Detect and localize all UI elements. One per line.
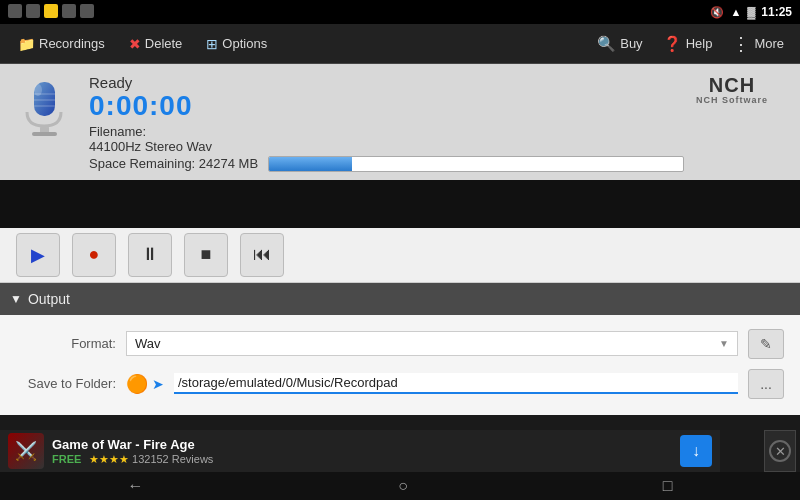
timer-display: 0:00:00	[89, 91, 684, 122]
more-label: More	[754, 36, 784, 51]
space-info: Space Remaining: 24274 MB	[89, 156, 684, 172]
status-icon-5	[80, 4, 94, 18]
ad-text: Game of War - Fire Age FREE ★★★★ 132152 …	[52, 437, 672, 466]
delete-label: Delete	[145, 36, 183, 51]
status-icon-4	[62, 4, 76, 18]
browse-icon: ...	[760, 376, 772, 392]
delete-icon: ✖	[129, 36, 141, 52]
ad-close-button[interactable]: ✕	[764, 430, 796, 472]
status-icons-left	[8, 4, 94, 18]
help-button[interactable]: ❓ Help	[655, 31, 721, 57]
collapse-icon[interactable]: ▼	[10, 292, 22, 306]
options-label: Options	[222, 36, 267, 51]
ad-free-label: FREE	[52, 453, 81, 465]
recordings-icon: 📁	[18, 36, 35, 52]
more-dots-icon: ⋮	[732, 33, 750, 55]
buy-icon: 🔍	[597, 35, 616, 53]
folder-icon-wrap: 🟠 ➤	[126, 373, 164, 395]
back-button[interactable]: ←	[97, 477, 173, 495]
ad-download-icon: ↓	[692, 442, 700, 460]
recordings-button[interactable]: 📁 Recordings	[8, 32, 115, 56]
help-icon: ❓	[663, 35, 682, 53]
rewind-icon: ⏮	[253, 244, 271, 265]
play-button[interactable]: ▶	[16, 233, 60, 277]
pause-button[interactable]: ⏸	[128, 233, 172, 277]
status-icon-2	[26, 4, 40, 18]
status-icon-3	[44, 4, 58, 18]
nav-bar: ← ○ □	[0, 472, 800, 500]
filename-label: Filename:	[89, 124, 684, 139]
ad-details: FREE ★★★★ 132152 Reviews	[52, 452, 672, 466]
ad-stars: ★★★★	[89, 453, 129, 465]
format-label: Format:	[16, 336, 116, 351]
record-button[interactable]: ●	[72, 233, 116, 277]
ad-download-button[interactable]: ↓	[680, 435, 712, 467]
format-row: Format: Wav ▼ ✎	[0, 325, 800, 363]
folder-row: Save to Folder: 🟠 ➤ ...	[0, 363, 800, 405]
toolbar: 📁 Recordings ✖ Delete ⊞ Options 🔍 Buy ❓ …	[0, 24, 800, 64]
folder-browse-button[interactable]: ...	[748, 369, 784, 399]
format-select[interactable]: Wav ▼	[126, 331, 738, 356]
format-dropdown-arrow: ▼	[719, 338, 729, 349]
format-edit-icon: ✎	[760, 336, 772, 352]
delete-button[interactable]: ✖ Delete	[119, 32, 193, 56]
ad-x-icon: ✕	[769, 440, 791, 462]
folder-icon: 🟠	[126, 373, 148, 395]
play-icon: ▶	[31, 244, 45, 266]
nch-logo: NCH NCH Software	[696, 74, 788, 105]
format-display: 44100Hz Stereo Wav	[89, 139, 684, 154]
svg-rect-1	[32, 132, 57, 136]
folder-label: Save to Folder:	[16, 376, 116, 391]
mic-icon-wrap	[12, 74, 77, 139]
status-text: Ready	[89, 74, 684, 91]
waveform-display	[0, 180, 800, 228]
status-time: 11:25	[761, 5, 792, 19]
folder-arrow-icon: ➤	[152, 376, 164, 392]
recordings-label: Recordings	[39, 36, 105, 51]
folder-path-input[interactable]	[174, 373, 738, 394]
record-icon: ●	[89, 244, 100, 265]
info-panel: Ready 0:00:00 Filename: 44100Hz Stereo W…	[0, 64, 800, 180]
options-icon: ⊞	[206, 36, 218, 52]
ad-banner: ⚔️ Game of War - Fire Age FREE ★★★★ 1321…	[0, 430, 720, 472]
recent-button[interactable]: □	[633, 477, 703, 495]
more-button[interactable]: ⋮ More	[724, 29, 792, 59]
space-bar-fill	[269, 157, 352, 171]
home-icon: ○	[398, 477, 408, 494]
toolbar-right: 🔍 Buy ❓ Help ⋮ More	[589, 29, 792, 59]
format-value: Wav	[135, 336, 161, 351]
help-label: Help	[686, 36, 713, 51]
options-button[interactable]: ⊞ Options	[196, 32, 277, 56]
space-text: Space Remaining: 24274 MB	[89, 156, 258, 171]
ad-title: Game of War - Fire Age	[52, 437, 672, 452]
back-icon: ←	[127, 477, 143, 494]
buy-button[interactable]: 🔍 Buy	[589, 31, 650, 57]
ad-reviews: 132152 Reviews	[132, 453, 213, 465]
output-section-header: ▼ Output	[0, 283, 800, 315]
home-button[interactable]: ○	[368, 477, 438, 495]
output-section-label: Output	[28, 291, 70, 307]
stop-button[interactable]: ■	[184, 233, 228, 277]
transport-controls: ▶ ● ⏸ ■ ⏮	[0, 228, 800, 283]
recent-icon: □	[663, 477, 673, 494]
wifi-icon: ▲	[730, 6, 741, 18]
mic-icon	[12, 74, 77, 139]
rewind-button[interactable]: ⏮	[240, 233, 284, 277]
format-edit-button[interactable]: ✎	[748, 329, 784, 359]
pause-icon: ⏸	[141, 244, 159, 265]
status-icon-1	[8, 4, 22, 18]
space-bar	[268, 156, 684, 172]
buy-label: Buy	[620, 36, 642, 51]
status-bar: 🔇 ▲ ▓ 11:25	[0, 0, 800, 24]
info-text: Ready 0:00:00 Filename: 44100Hz Stereo W…	[89, 74, 684, 172]
stop-icon: ■	[201, 244, 212, 265]
output-body: Format: Wav ▼ ✎ Save to Folder: 🟠 ➤ ...	[0, 315, 800, 415]
battery-icon: ▓	[747, 6, 755, 18]
ad-thumbnail: ⚔️	[8, 433, 44, 469]
volume-icon: 🔇	[710, 6, 724, 19]
